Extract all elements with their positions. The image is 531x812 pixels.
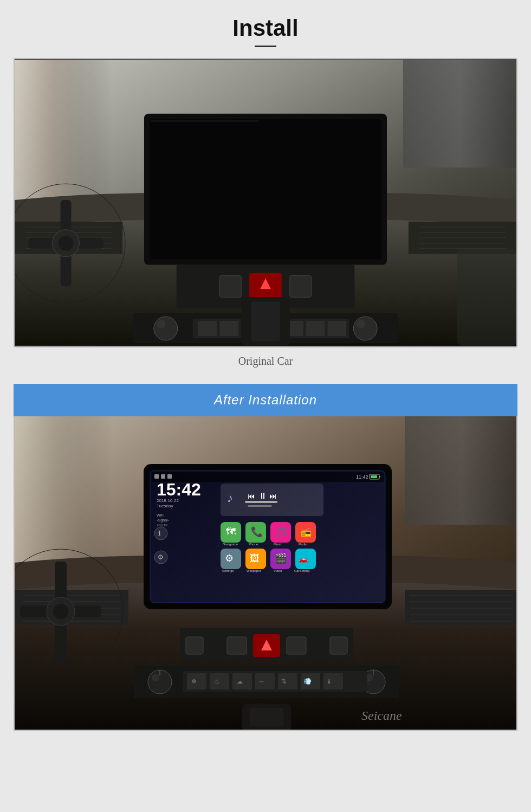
svg-text:💨: 💨 — [303, 677, 312, 685]
svg-text:📞: 📞 — [251, 526, 263, 538]
svg-text:♪: ♪ — [227, 491, 233, 505]
svg-text:☁: ☁ — [237, 678, 243, 685]
svg-text:⏭: ⏭ — [269, 492, 277, 500]
svg-rect-30 — [198, 321, 217, 336]
svg-point-27 — [353, 317, 377, 340]
svg-rect-59 — [379, 476, 380, 478]
svg-text:🗺: 🗺 — [226, 526, 236, 537]
svg-point-41 — [59, 236, 74, 251]
svg-text:Seicane: Seicane — [361, 708, 402, 723]
svg-text:⚙: ⚙ — [158, 553, 164, 561]
svg-text:Tuesday: Tuesday — [157, 504, 173, 508]
svg-rect-54 — [161, 474, 165, 479]
svg-text:🚗: 🚗 — [299, 555, 308, 564]
svg-text:2018-10-22: 2018-10-22 — [157, 498, 179, 503]
svg-text:WiFi: WiFi — [157, 513, 164, 517]
title-divider — [255, 46, 276, 47]
svg-text:ℹ: ℹ — [158, 530, 161, 537]
after-installation-section: After Installation — [14, 384, 517, 731]
svg-rect-144 — [250, 708, 283, 726]
svg-text:3G/LTE: 3G/LTE — [157, 524, 167, 527]
svg-point-97 — [154, 527, 167, 540]
svg-text:⇅: ⇅ — [281, 678, 287, 685]
svg-text:Video: Video — [274, 569, 282, 572]
svg-rect-22 — [219, 275, 241, 297]
svg-text:♨: ♨ — [214, 678, 220, 685]
svg-rect-118 — [287, 637, 306, 654]
svg-text:↔: ↔ — [258, 678, 265, 685]
svg-rect-23 — [290, 275, 312, 297]
original-interior-image — [15, 59, 516, 346]
svg-text:-signal-: -signal- — [157, 518, 170, 523]
svg-point-25 — [154, 317, 178, 340]
svg-rect-55 — [167, 474, 172, 479]
page-title: Install — [232, 15, 298, 41]
svg-text:🎬: 🎬 — [275, 552, 287, 564]
original-car-image — [14, 58, 517, 347]
svg-rect-58 — [371, 475, 377, 478]
svg-text:🖼: 🖼 — [250, 553, 260, 564]
after-installation-image: 11:42 15:42 2018-10-22 Tuesday WiFi -sig… — [14, 416, 517, 731]
svg-text:⏮: ⏮ — [248, 492, 255, 500]
after-installation-header: After Installation — [14, 384, 517, 416]
svg-text:Settings: Settings — [222, 569, 234, 572]
svg-text:⏸: ⏸ — [258, 491, 267, 500]
svg-text:Radio: Radio — [299, 543, 307, 546]
svg-rect-117 — [227, 637, 247, 654]
svg-rect-71 — [245, 501, 277, 503]
svg-text:❄: ❄ — [191, 678, 197, 685]
svg-rect-44 — [457, 249, 516, 346]
svg-rect-129 — [187, 673, 206, 689]
svg-point-123 — [152, 674, 159, 681]
svg-text:🎵: 🎵 — [276, 526, 288, 538]
svg-text:Wallpaper: Wallpaper — [247, 569, 261, 572]
svg-text:📻: 📻 — [301, 527, 312, 537]
original-car-caption: Original Car — [14, 355, 517, 368]
original-car-section: Original Car — [14, 58, 517, 368]
svg-point-28 — [357, 320, 365, 328]
svg-rect-2 — [403, 60, 516, 167]
svg-text:CarSetting: CarSetting — [294, 569, 309, 572]
svg-text:15:42: 15:42 — [157, 480, 201, 499]
svg-point-26 — [157, 320, 166, 328]
svg-text:Music: Music — [274, 543, 282, 546]
svg-text:Phone: Phone — [249, 543, 258, 546]
svg-rect-35 — [306, 321, 325, 336]
svg-rect-31 — [219, 321, 238, 336]
svg-rect-36 — [328, 321, 347, 336]
svg-rect-43 — [251, 301, 280, 341]
svg-point-149 — [53, 604, 68, 619]
svg-rect-48 — [405, 416, 517, 525]
svg-text:11:42: 11:42 — [356, 474, 368, 480]
svg-text:⚙: ⚙ — [225, 553, 234, 564]
svg-text:Navigation: Navigation — [223, 543, 238, 546]
svg-rect-5 — [150, 119, 381, 260]
svg-rect-119 — [186, 637, 203, 654]
svg-rect-120 — [330, 637, 347, 654]
svg-rect-6 — [151, 120, 258, 122]
svg-rect-72 — [248, 505, 272, 507]
svg-rect-53 — [154, 474, 159, 479]
svg-text:🌡: 🌡 — [326, 678, 332, 685]
